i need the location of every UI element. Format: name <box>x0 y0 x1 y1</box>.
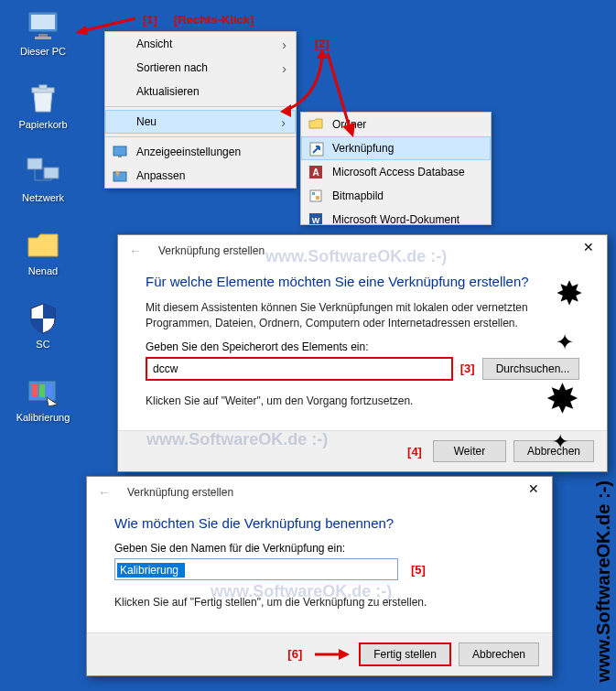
word-icon: W <box>308 212 323 224</box>
ctx-new-shortcut[interactable]: Verknüpfung <box>301 136 491 160</box>
pc-icon <box>25 7 61 44</box>
finish-button[interactable]: Fertig stellen <box>359 642 451 666</box>
icon-label: SC <box>11 339 75 350</box>
svg-text:W: W <box>312 216 320 224</box>
arrow-6 <box>313 646 351 663</box>
ctx-label: Bitmapbild <box>332 189 384 202</box>
name-input[interactable]: Kalibrierung <box>117 563 185 578</box>
annotation-1: [1] <box>143 13 157 27</box>
separator <box>105 106 296 107</box>
dialog-hint: Klicken Sie auf "Weiter", um den Vorgang… <box>146 394 579 409</box>
dialog-header: ← Verknüpfung erstellen <box>87 477 552 502</box>
context-submenu-new: Ordner Verknüpfung A Microsoft Access Da… <box>300 112 492 225</box>
personalize-icon <box>113 168 127 183</box>
svg-rect-13 <box>39 384 45 397</box>
ctx-display[interactable]: Anzeigeeinstellungen <box>105 140 296 164</box>
annotation-2: [2] <box>315 37 330 50</box>
button-bar: [6] Fertig stellen Abbrechen <box>87 632 552 675</box>
recycle-icon <box>25 81 61 117</box>
dialog-hint: Klicken Sie auf "Fertig stellen", um die… <box>114 595 524 610</box>
dialog-header: ← Verknüpfung erstellen <box>118 235 607 261</box>
svg-rect-20 <box>113 172 126 181</box>
svg-text:A: A <box>312 167 319 178</box>
dialog-input-label: Geben Sie den Namen für die Verknüpfung … <box>114 542 524 555</box>
ctx-view[interactable]: Ansicht <box>105 32 296 56</box>
dialog-head-text: Verknüpfung erstellen <box>158 244 265 257</box>
ctx-label: Anpassen <box>136 169 185 182</box>
svg-rect-7 <box>44 167 59 178</box>
svg-rect-30 <box>316 196 319 200</box>
cancel-button[interactable]: Abbrechen <box>459 642 539 666</box>
dialog-title: Für welche Elemente möchten Sie eine Ver… <box>146 274 579 289</box>
desktop-icon-user[interactable]: Nenad <box>11 227 75 276</box>
dialog-create-shortcut-2: ✕ ← Verknüpfung erstellen Wie möchten Si… <box>86 476 553 676</box>
annotation-3: [3] <box>460 362 475 375</box>
ctx-label: Aktualisieren <box>136 85 200 98</box>
annotation-5: [5] <box>411 563 426 577</box>
svg-marker-21 <box>317 49 328 59</box>
network-icon <box>25 154 61 190</box>
back-icon[interactable]: ← <box>129 243 149 258</box>
access-icon: A <box>308 165 323 179</box>
ctx-label: Verknüpfung <box>332 142 394 155</box>
cancel-button[interactable]: Abbrechen <box>513 440 594 462</box>
display-icon <box>113 145 127 159</box>
shortcut-icon <box>309 142 324 157</box>
folder-user-icon <box>25 227 61 264</box>
ctx-label: Ordner <box>332 118 366 131</box>
ctx-new-access[interactable]: A Microsoft Access Database <box>301 160 491 184</box>
ctx-label: Microsoft Word-Dokument <box>332 213 459 224</box>
svg-marker-34 <box>339 649 350 660</box>
svg-rect-3 <box>35 37 51 39</box>
separator <box>105 136 296 137</box>
svg-rect-5 <box>39 85 47 89</box>
svg-rect-1 <box>31 15 55 29</box>
svg-marker-17 <box>75 26 88 35</box>
icon-label: Kalibrierung <box>11 412 75 423</box>
dialog-title: Wie möchten Sie die Verknüpfung benennen… <box>114 515 524 531</box>
desktop-icon-kalibrierung[interactable]: Kalibrierung <box>11 373 75 423</box>
svg-rect-14 <box>47 384 52 397</box>
dialog-head-text: Verknüpfung erstellen <box>127 486 233 499</box>
dialog-desc: Mit diesem Assistenten können Sie Verknü… <box>146 300 579 331</box>
ctx-label: Neu <box>136 115 157 128</box>
ctx-refresh[interactable]: Aktualisieren <box>105 80 296 103</box>
dialog-input-label: Geben Sie den Speicherort des Elements e… <box>146 340 579 353</box>
icon-label: Nenad <box>11 265 75 276</box>
location-input[interactable] <box>146 357 453 381</box>
bitmap-icon <box>308 189 323 203</box>
button-bar: [4] Weiter Abbrechen <box>118 430 607 471</box>
dialog-create-shortcut-1: ✕ ← Verknüpfung erstellen Für welche Ele… <box>117 234 608 472</box>
shield-icon <box>25 300 61 337</box>
desktop-icon-network[interactable]: Netzwerk <box>11 154 75 203</box>
desktop-icon-this-pc[interactable]: Dieser PC <box>11 7 75 57</box>
svg-rect-12 <box>32 384 38 397</box>
side-watermark: www.SoftwareOK.de :-) <box>593 480 614 682</box>
ctx-sort[interactable]: Sortieren nach <box>105 56 296 80</box>
ctx-personalize[interactable]: Anpassen <box>105 164 296 188</box>
ctx-new[interactable]: Neu <box>105 110 296 134</box>
back-icon[interactable]: ← <box>98 485 118 500</box>
svg-rect-18 <box>113 146 126 156</box>
annotation-rechts: [Rechts-Klick] <box>174 13 254 27</box>
browse-button[interactable]: Durchsuchen... <box>482 358 579 380</box>
svg-rect-6 <box>27 158 42 169</box>
icon-label: Dieser PC <box>11 46 75 57</box>
ctx-label: Microsoft Access Database <box>332 166 465 178</box>
ctx-new-word[interactable]: W Microsoft Word-Dokument <box>301 208 491 224</box>
ctx-new-folder[interactable]: Ordner <box>301 113 491 136</box>
context-menu-desktop: Ansicht Sortieren nach Aktualisieren Neu… <box>104 31 297 189</box>
folder-icon <box>308 117 323 132</box>
svg-line-16 <box>82 18 135 31</box>
desktop-icon-recycle[interactable]: Papierkorb <box>11 81 75 130</box>
icon-label: Papierkorb <box>11 119 75 130</box>
svg-rect-29 <box>312 192 315 195</box>
ctx-label: Sortieren nach <box>136 61 208 74</box>
svg-rect-19 <box>118 156 122 157</box>
annotation-6: [6] <box>287 647 302 661</box>
ctx-new-bitmap[interactable]: Bitmapbild <box>301 184 491 208</box>
ctx-label: Ansicht <box>136 38 172 50</box>
next-button[interactable]: Weiter <box>433 440 506 462</box>
ctx-label: Anzeigeeinstellungen <box>136 146 241 158</box>
desktop-icon-sc[interactable]: SC <box>11 300 75 350</box>
